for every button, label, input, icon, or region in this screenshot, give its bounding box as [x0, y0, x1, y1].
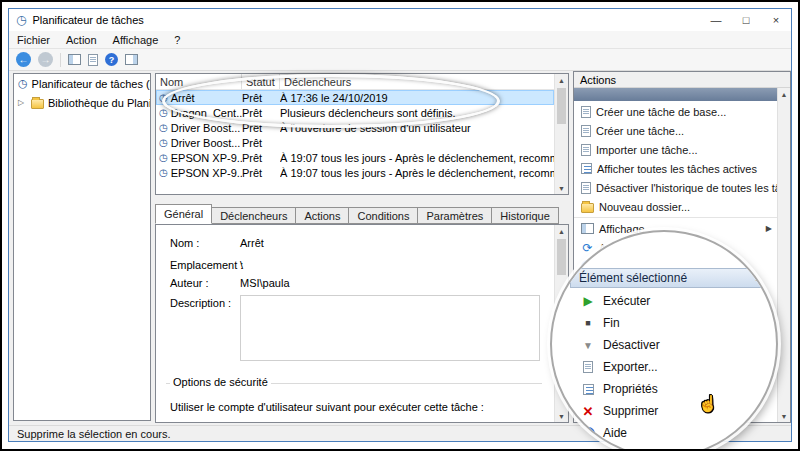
- action-importer-tache[interactable]: Importer une tâche...: [574, 140, 777, 159]
- run-icon: ▶: [580, 294, 596, 308]
- column-header-declencheurs[interactable]: Déclencheurs: [280, 74, 554, 89]
- action-executer[interactable]: ▶ Exécuter: [570, 290, 776, 312]
- actions-separator: [574, 217, 777, 218]
- forward-button[interactable]: →: [38, 52, 53, 67]
- nom-label: Nom :: [170, 237, 199, 249]
- action-nouveau-dossier[interactable]: Nouveau dossier...: [574, 197, 777, 216]
- help-icon[interactable]: ?: [105, 53, 118, 66]
- tab-actions[interactable]: Actions: [296, 207, 349, 224]
- column-header-statut[interactable]: Statut: [242, 74, 280, 89]
- actions-scrollbar[interactable]: ▲ ▼: [777, 88, 790, 422]
- menu-aide[interactable]: ?: [166, 31, 188, 48]
- tab-parametres[interactable]: Paramètres: [418, 207, 492, 224]
- scroll-up-icon[interactable]: ▲: [555, 74, 568, 86]
- description-label: Description :: [170, 297, 231, 309]
- tab-conditions[interactable]: Conditions: [349, 207, 418, 224]
- action-proprietes[interactable]: Propriétés: [570, 378, 776, 400]
- expander-icon[interactable]: ▷: [18, 98, 27, 107]
- action-label: Créer une tâche...: [596, 125, 684, 137]
- scroll-down-icon[interactable]: ▼: [778, 410, 790, 422]
- action-afficher-taches-actives[interactable]: Afficher toutes les tâches actives: [574, 159, 777, 178]
- task-list-body: ◷Arrêt Prêt À 17:36 le 24/10/2019 ◷Drago…: [156, 90, 554, 194]
- action-label: Aide: [603, 426, 627, 440]
- task-trigger: À 19:07 tous les jours - Après le déclen…: [280, 152, 554, 164]
- tab-general[interactable]: Général: [155, 204, 212, 224]
- scroll-down-icon[interactable]: ▼: [555, 410, 568, 422]
- task-list-header: Nom Statut Déclencheurs: [156, 74, 554, 90]
- tree-item-library[interactable]: ▷ Bibliothèque du Planificat...: [14, 93, 150, 112]
- scrollbar-thumb[interactable]: [557, 239, 566, 275]
- task-row-epson-1[interactable]: ◷EPSON XP-9... Prêt À 19:07 tous les jou…: [156, 150, 554, 165]
- menu-action[interactable]: Action: [58, 31, 105, 48]
- tab-declencheurs[interactable]: Déclencheurs: [212, 207, 296, 224]
- action-fin[interactable]: ■ Fin: [570, 312, 776, 334]
- menu-affichage[interactable]: Affichage: [105, 31, 167, 48]
- task-icon: ◷: [159, 93, 168, 103]
- task-row-dragon[interactable]: ◷Dragon_Cent... Prêt Plusieurs déclenche…: [156, 105, 554, 120]
- task-name: Arrêt: [171, 92, 195, 104]
- column-header-nom[interactable]: Nom: [156, 74, 242, 89]
- task-status: Prêt: [242, 92, 280, 104]
- action-supprimer[interactable]: ✕ Supprimer: [570, 400, 776, 422]
- new-task-icon: [581, 125, 591, 137]
- task-list-panel: Nom Statut Déclencheurs ◷Arrêt Prêt À 17…: [155, 73, 569, 195]
- actions-group-header-bar[interactable]: [574, 88, 777, 101]
- security-account-text: Utiliser le compte d'utilisateur suivant…: [170, 401, 548, 413]
- emplacement-label: Emplacement :: [170, 259, 243, 271]
- task-name: Driver Boost...: [171, 122, 241, 134]
- task-list-scrollbar[interactable]: ▲ ▼: [554, 74, 568, 194]
- task-name: Driver Boost...: [171, 137, 241, 149]
- back-button[interactable]: ←: [16, 52, 31, 67]
- actions-pane-title: Actions: [574, 72, 790, 88]
- task-row-driver-booster-1[interactable]: ◷Driver Boost... Prêt À l'ouverture de s…: [156, 120, 554, 135]
- tree-item-root[interactable]: ◷ Planificateur de tâches (Local): [14, 74, 150, 93]
- action-label: Exécuter: [603, 294, 650, 308]
- task-row-arret[interactable]: ◷Arrêt Prêt À 17:36 le 24/10/2019: [156, 90, 554, 105]
- refresh-icon: ⟳: [581, 241, 594, 255]
- action-label: Propriétés: [603, 382, 658, 396]
- scroll-up-icon[interactable]: ▲: [778, 88, 790, 100]
- console-tree-panel: ◷ Planificateur de tâches (Local) ▷ Bibl…: [13, 73, 151, 421]
- action-label: Nouveau dossier...: [599, 201, 690, 213]
- export-list-icon[interactable]: [88, 54, 98, 66]
- scroll-down-icon[interactable]: ▼: [555, 182, 568, 194]
- action-label: Importer une tâche...: [596, 144, 698, 156]
- action-label: Supprimer: [603, 404, 658, 418]
- menu-fichier[interactable]: Fichier: [9, 31, 58, 48]
- close-button[interactable]: ×: [761, 9, 791, 31]
- details-tabs: Général Déclencheurs Actions Conditions …: [155, 204, 559, 224]
- disable-icon: ▼: [580, 340, 596, 351]
- task-row-epson-2[interactable]: ◷EPSON XP-9... Prêt À 19:07 tous les jou…: [156, 165, 554, 180]
- emplacement-value: \: [240, 259, 243, 271]
- running-tasks-icon: [581, 163, 592, 174]
- console-tree-toggle-icon[interactable]: [68, 54, 81, 65]
- window-title: Planificateur de tâches: [32, 14, 143, 26]
- action-desactiver-historique[interactable]: Désactiver l'historique de toutes les tâ…: [574, 178, 777, 197]
- toolbar-separator: [60, 53, 61, 67]
- minimize-button[interactable]: —: [701, 9, 731, 31]
- action-desactiver[interactable]: ▼ Désactiver: [570, 334, 776, 356]
- export-icon: [580, 361, 596, 373]
- action-creer-tache-de-base[interactable]: Créer une tâche de base...: [574, 102, 777, 121]
- task-icon: ◷: [159, 108, 168, 118]
- task-name: EPSON XP-9...: [171, 152, 242, 164]
- scrollbar-thumb[interactable]: [557, 88, 566, 124]
- selected-item-section-header[interactable]: Élément sélectionné ▲: [570, 268, 776, 288]
- action-pane-toggle-icon[interactable]: [125, 54, 138, 65]
- action-exporter[interactable]: Exporter...: [570, 356, 776, 378]
- action-label: Afficher toutes les tâches actives: [597, 163, 757, 175]
- details-pane: Nom : Arrêt Emplacement : \ Auteur : MSI…: [155, 224, 569, 423]
- task-icon: ◷: [159, 123, 168, 133]
- delete-icon: ✕: [580, 404, 596, 419]
- task-row-driver-booster-2[interactable]: ◷Driver Boost... Prêt: [156, 135, 554, 150]
- maximize-button[interactable]: □: [731, 9, 761, 31]
- auteur-label: Auteur :: [170, 277, 209, 289]
- action-label: Désactiver: [603, 338, 660, 352]
- action-creer-tache[interactable]: Créer une tâche...: [574, 121, 777, 140]
- task-status: Prêt: [242, 137, 280, 149]
- task-trigger: À l'ouverture de session d'un utilisateu…: [280, 122, 554, 134]
- task-name: EPSON XP-9...: [171, 167, 242, 179]
- app-clock-icon: ◷: [16, 14, 26, 26]
- scroll-up-icon[interactable]: ▲: [555, 225, 568, 237]
- tab-historique[interactable]: Historique: [492, 207, 559, 224]
